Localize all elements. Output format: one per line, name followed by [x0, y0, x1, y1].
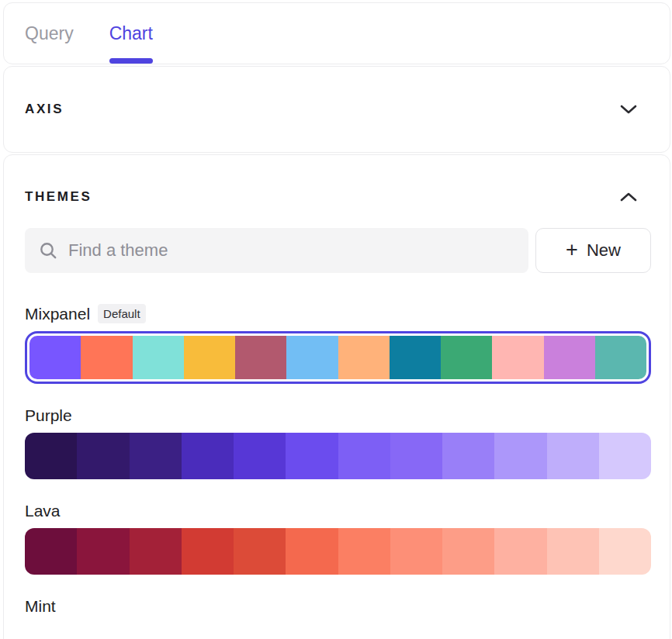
new-theme-button-label: New: [587, 240, 621, 261]
axis-section[interactable]: AXIS: [3, 66, 670, 153]
color-swatch: [29, 336, 81, 379]
color-swatch: [286, 336, 338, 379]
chart-settings-panel: Query Chart AXIS THEMES + New Mixp: [0, 0, 672, 639]
color-swatch: [130, 528, 182, 575]
themes-section: THEMES + New MixpanelDefaultPurpleLavaMi…: [3, 154, 670, 639]
chevron-up-icon[interactable]: [620, 192, 637, 202]
theme-swatch-bar[interactable]: [25, 331, 651, 384]
color-swatch: [390, 336, 441, 379]
color-swatch: [547, 528, 599, 575]
color-swatch: [182, 433, 234, 479]
tab-bar: Query Chart: [3, 2, 670, 64]
color-swatch: [25, 528, 77, 575]
color-swatch: [338, 528, 390, 575]
color-swatch: [599, 433, 651, 479]
color-swatch: [234, 433, 286, 479]
color-swatch: [595, 336, 646, 379]
theme-list: MixpanelDefaultPurpleLavaMint: [25, 304, 651, 616]
theme-item: Lava: [25, 502, 651, 575]
chevron-down-icon[interactable]: [620, 104, 637, 115]
search-icon: [39, 241, 57, 260]
color-swatch: [182, 528, 234, 575]
swatch-bar: [29, 336, 646, 379]
swatch-bar: [25, 433, 651, 479]
themes-toolbar: + New: [25, 228, 651, 273]
theme-label-row: MixpanelDefault: [25, 304, 651, 323]
color-swatch: [442, 528, 494, 575]
tab-query[interactable]: Query: [25, 3, 74, 64]
axis-section-title: AXIS: [25, 102, 64, 117]
theme-name: Lava: [25, 502, 61, 520]
color-swatch: [599, 528, 651, 575]
new-theme-button[interactable]: + New: [535, 228, 651, 273]
color-swatch: [441, 336, 492, 379]
theme-item: Purple: [25, 406, 651, 479]
theme-name: Mint: [25, 597, 56, 616]
theme-label-row: Mint: [25, 597, 651, 616]
theme-swatch-bar[interactable]: [25, 433, 651, 479]
theme-label-row: Purple: [25, 406, 651, 425]
color-swatch: [77, 528, 129, 575]
color-swatch: [235, 336, 286, 379]
color-swatch: [494, 433, 546, 479]
theme-search-input[interactable]: [68, 240, 514, 261]
color-swatch: [184, 336, 235, 379]
theme-item: Mint: [25, 597, 651, 616]
tabs: Query Chart: [25, 3, 670, 64]
color-swatch: [338, 336, 390, 379]
color-swatch: [133, 336, 184, 379]
color-swatch: [81, 336, 132, 379]
color-swatch: [338, 433, 390, 479]
color-swatch: [494, 528, 546, 575]
color-swatch: [234, 528, 286, 575]
theme-name: Purple: [25, 406, 72, 425]
color-swatch: [492, 336, 543, 379]
color-swatch: [390, 433, 442, 479]
themes-header[interactable]: THEMES: [25, 155, 651, 205]
theme-name: Mixpanel: [25, 305, 90, 323]
color-swatch: [390, 528, 442, 575]
color-swatch: [442, 433, 494, 479]
color-swatch: [25, 433, 77, 479]
theme-swatch-bar[interactable]: [25, 528, 651, 575]
themes-section-title: THEMES: [25, 189, 92, 205]
default-badge: Default: [98, 304, 146, 323]
theme-item: MixpanelDefault: [25, 304, 651, 384]
color-swatch: [286, 433, 338, 479]
color-swatch: [130, 433, 182, 479]
tab-chart[interactable]: Chart: [109, 3, 153, 64]
swatch-bar: [25, 528, 651, 575]
theme-search[interactable]: [25, 228, 528, 273]
color-swatch: [547, 433, 599, 479]
color-swatch: [544, 336, 595, 379]
theme-label-row: Lava: [25, 502, 651, 520]
plus-icon: +: [566, 240, 578, 261]
color-swatch: [286, 528, 338, 575]
color-swatch: [77, 433, 129, 479]
